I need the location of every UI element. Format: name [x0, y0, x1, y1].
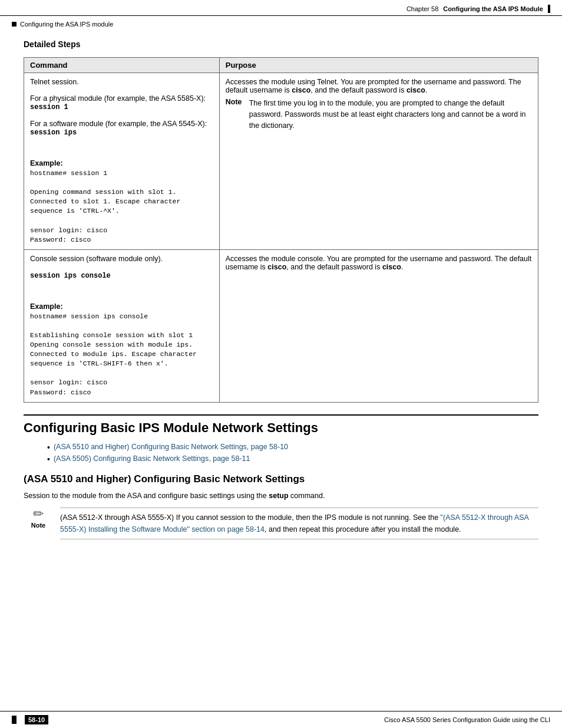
- note-icon-label: Note: [31, 522, 45, 529]
- body-text-bold: setup: [269, 492, 288, 500]
- note-icon-area: ✏ Note: [24, 508, 53, 529]
- page-container: Chapter 58 Configuring the ASA IPS Modul…: [0, 0, 562, 728]
- footer-page-num: 58-10: [25, 715, 48, 724]
- col-purpose-header: Purpose: [219, 58, 538, 73]
- bullet-list: • (ASA 5510 and Higher) Configuring Basi…: [47, 443, 538, 464]
- pencil-icon: ✏: [33, 508, 44, 521]
- col-command-header: Command: [24, 58, 220, 73]
- top-sub-heading-text: Configuring the ASA IPS module: [20, 21, 113, 28]
- purpose-cell-2: Accesses the module console. You are pro…: [219, 249, 538, 402]
- header-chapter: Chapter 58: [406, 5, 438, 12]
- sub-section-body: Session to the module from the ASA and c…: [24, 490, 538, 502]
- page-header: Chapter 58 Configuring the ASA IPS Modul…: [0, 0, 562, 16]
- cmd-text-physical: For a physical module (for example, the …: [30, 94, 206, 103]
- command-cell-2: Console session (software module only). …: [24, 249, 220, 402]
- bullet-link-1[interactable]: (ASA 5510 and Higher) Configuring Basic …: [54, 443, 288, 451]
- purpose-cell-1: Accesses the module using Telnet. You ar…: [219, 73, 538, 250]
- sub-section-heading: (ASA 5510 and Higher) Configuring Basic …: [24, 473, 538, 485]
- page-footer: 58-10 Cisco ASA 5500 Series Configuratio…: [0, 711, 562, 728]
- table-row: Telnet session. For a physical module (f…: [24, 73, 538, 250]
- footer-text: Cisco ASA 5500 Series Configuration Guid…: [384, 716, 550, 723]
- table-row: Console session (software module only). …: [24, 249, 538, 402]
- cmd-text-software: For a software module (for example, the …: [30, 120, 207, 128]
- body-text-part1: Session to the module from the ASA and c…: [24, 492, 269, 500]
- list-item: • (ASA 5505) Configuring Basic Network S…: [47, 454, 538, 464]
- bullet-dot: •: [47, 443, 50, 452]
- note-label-1: Note: [226, 98, 244, 131]
- cmd-code-sessionips: session ips: [30, 129, 77, 137]
- purpose-text-1: Accesses the module using Telnet. You ar…: [226, 78, 521, 94]
- note-box-content: (ASA 5512-X through ASA 5555-X) If you c…: [60, 508, 538, 539]
- body-text-part2: command.: [289, 492, 325, 500]
- command-table: Command Purpose Telnet session. For a ph…: [24, 57, 538, 403]
- bullet-link-2[interactable]: (ASA 5505) Configuring Basic Network Set…: [54, 454, 250, 463]
- header-title: Configuring the ASA IPS Module: [443, 5, 543, 12]
- example-heading-1: Example:: [30, 159, 213, 167]
- note-box-text-part2: , and then repeat this procedure after y…: [265, 525, 461, 533]
- list-item: • (ASA 5510 and Higher) Configuring Basi…: [47, 443, 538, 452]
- cmd-code-session1: session 1: [30, 103, 68, 111]
- header-bar: [548, 5, 550, 13]
- note-block-1: Note The first time you log in to the mo…: [226, 98, 532, 131]
- square-bullet: [12, 22, 16, 27]
- example-heading-2: Example:: [30, 302, 213, 311]
- example-code-1: hostname# session 1 Opening command sess…: [30, 169, 213, 245]
- cmd-text-telnet: Telnet session.: [30, 78, 79, 86]
- cmd-text-console: Console session (software module only).: [30, 255, 163, 263]
- command-cell-1: Telnet session. For a physical module (f…: [24, 73, 220, 250]
- main-content: Detailed Steps Command Purpose Telnet se…: [0, 28, 562, 554]
- note-box-text-part1: (ASA 5512-X through ASA 5555-X) If you c…: [60, 513, 441, 522]
- top-sub-heading-bar: Configuring the ASA IPS module: [0, 18, 562, 28]
- detailed-steps-heading: Detailed Steps: [24, 39, 538, 49]
- note-box: ✏ Note (ASA 5512-X through ASA 5555-X) I…: [24, 508, 538, 539]
- main-section-heading: Configuring Basic IPS Module Network Set…: [24, 414, 538, 436]
- bullet-dot: •: [47, 454, 50, 464]
- cmd-code-console: session ips console: [30, 272, 111, 280]
- example-code-2: hostname# session ips console Establishi…: [30, 312, 213, 397]
- footer-bar: [12, 716, 16, 724]
- note-text-1: The first time you log in to the module,…: [249, 98, 532, 131]
- purpose-text-2: Accesses the module console. You are pro…: [226, 255, 532, 271]
